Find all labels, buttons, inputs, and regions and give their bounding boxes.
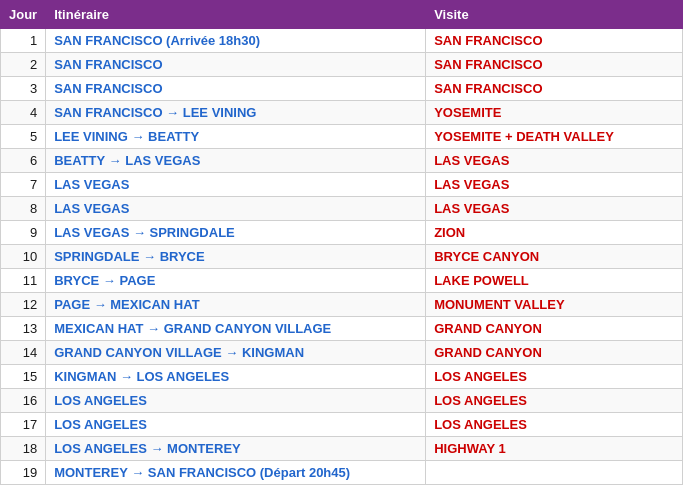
cell-itineraire: KINGMAN → LOS ANGELES: [46, 365, 426, 389]
cell-jour: 8: [1, 197, 46, 221]
cell-visite: BRYCE CANYON: [426, 245, 683, 269]
table-row: 17LOS ANGELESLOS ANGELES: [1, 413, 683, 437]
header-jour: Jour: [1, 1, 46, 29]
cell-itineraire: SAN FRANCISCO → LEE VINING: [46, 101, 426, 125]
table-row: 13MEXICAN HAT → GRAND CANYON VILLAGEGRAN…: [1, 317, 683, 341]
table-row: 11BRYCE → PAGELAKE POWELL: [1, 269, 683, 293]
cell-jour: 5: [1, 125, 46, 149]
table-row: 10SPRINGDALE → BRYCEBRYCE CANYON: [1, 245, 683, 269]
table-row: 5LEE VINING → BEATTYYOSEMITE + DEATH VAL…: [1, 125, 683, 149]
header-visite: Visite: [426, 1, 683, 29]
cell-visite: MONUMENT VALLEY: [426, 293, 683, 317]
cell-visite: LAS VEGAS: [426, 173, 683, 197]
table-row: 3SAN FRANCISCOSAN FRANCISCO: [1, 77, 683, 101]
table-row: 6BEATTY → LAS VEGASLAS VEGAS: [1, 149, 683, 173]
table-row: 8LAS VEGASLAS VEGAS: [1, 197, 683, 221]
cell-visite: HIGHWAY 1: [426, 437, 683, 461]
cell-jour: 4: [1, 101, 46, 125]
table-row: 1SAN FRANCISCO (Arrivée 18h30)SAN FRANCI…: [1, 29, 683, 53]
cell-jour: 9: [1, 221, 46, 245]
cell-jour: 6: [1, 149, 46, 173]
table-row: 12PAGE → MEXICAN HATMONUMENT VALLEY: [1, 293, 683, 317]
table-row: 7LAS VEGASLAS VEGAS: [1, 173, 683, 197]
table-row: 4SAN FRANCISCO → LEE VININGYOSEMITE: [1, 101, 683, 125]
cell-visite: GRAND CANYON: [426, 317, 683, 341]
cell-itineraire: BRYCE → PAGE: [46, 269, 426, 293]
header-itineraire: Itinéraire: [46, 1, 426, 29]
cell-itineraire: LOS ANGELES: [46, 389, 426, 413]
cell-jour: 2: [1, 53, 46, 77]
cell-jour: 1: [1, 29, 46, 53]
cell-jour: 17: [1, 413, 46, 437]
table-row: 19MONTEREY → SAN FRANCISCO (Départ 20h45…: [1, 461, 683, 485]
table-row: 9LAS VEGAS → SPRINGDALEZION: [1, 221, 683, 245]
table-row: 14GRAND CANYON VILLAGE → KINGMANGRAND CA…: [1, 341, 683, 365]
cell-itineraire: MONTEREY → SAN FRANCISCO (Départ 20h45): [46, 461, 426, 485]
cell-itineraire: BEATTY → LAS VEGAS: [46, 149, 426, 173]
cell-itineraire: GRAND CANYON VILLAGE → KINGMAN: [46, 341, 426, 365]
cell-jour: 18: [1, 437, 46, 461]
cell-jour: 10: [1, 245, 46, 269]
cell-jour: 11: [1, 269, 46, 293]
cell-itineraire: LOS ANGELES → MONTEREY: [46, 437, 426, 461]
cell-itineraire: LAS VEGAS → SPRINGDALE: [46, 221, 426, 245]
cell-jour: 14: [1, 341, 46, 365]
cell-itineraire: PAGE → MEXICAN HAT: [46, 293, 426, 317]
cell-visite: LOS ANGELES: [426, 413, 683, 437]
table-row: 18LOS ANGELES → MONTEREYHIGHWAY 1: [1, 437, 683, 461]
cell-visite: SAN FRANCISCO: [426, 53, 683, 77]
cell-visite: SAN FRANCISCO: [426, 29, 683, 53]
cell-visite: LAKE POWELL: [426, 269, 683, 293]
cell-jour: 13: [1, 317, 46, 341]
cell-jour: 7: [1, 173, 46, 197]
cell-jour: 3: [1, 77, 46, 101]
cell-itineraire: SAN FRANCISCO (Arrivée 18h30): [46, 29, 426, 53]
cell-visite: ZION: [426, 221, 683, 245]
table-row: 16LOS ANGELESLOS ANGELES: [1, 389, 683, 413]
cell-itineraire: SAN FRANCISCO: [46, 77, 426, 101]
cell-visite: [426, 461, 683, 485]
table-row: 2SAN FRANCISCOSAN FRANCISCO: [1, 53, 683, 77]
cell-visite: LAS VEGAS: [426, 197, 683, 221]
cell-visite: GRAND CANYON: [426, 341, 683, 365]
cell-itineraire: SPRINGDALE → BRYCE: [46, 245, 426, 269]
cell-jour: 15: [1, 365, 46, 389]
cell-visite: YOSEMITE: [426, 101, 683, 125]
cell-itineraire: LEE VINING → BEATTY: [46, 125, 426, 149]
cell-itineraire: SAN FRANCISCO: [46, 53, 426, 77]
cell-visite: LOS ANGELES: [426, 365, 683, 389]
itinerary-table: Jour Itinéraire Visite 1SAN FRANCISCO (A…: [0, 0, 683, 485]
cell-jour: 19: [1, 461, 46, 485]
cell-visite: LAS VEGAS: [426, 149, 683, 173]
cell-jour: 16: [1, 389, 46, 413]
cell-jour: 12: [1, 293, 46, 317]
cell-visite: YOSEMITE + DEATH VALLEY: [426, 125, 683, 149]
cell-itineraire: LOS ANGELES: [46, 413, 426, 437]
cell-itineraire: LAS VEGAS: [46, 197, 426, 221]
cell-visite: LOS ANGELES: [426, 389, 683, 413]
cell-itineraire: MEXICAN HAT → GRAND CANYON VILLAGE: [46, 317, 426, 341]
cell-visite: SAN FRANCISCO: [426, 77, 683, 101]
table-row: 15KINGMAN → LOS ANGELESLOS ANGELES: [1, 365, 683, 389]
cell-itineraire: LAS VEGAS: [46, 173, 426, 197]
